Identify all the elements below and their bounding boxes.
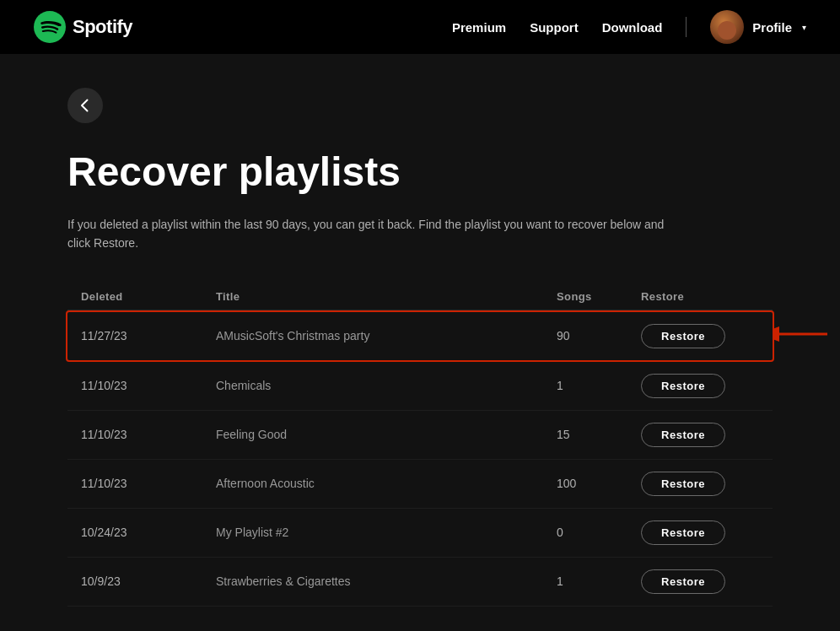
header-restore: Restore xyxy=(641,290,759,303)
navbar-right: Premium Support Download Profile ▾ xyxy=(452,10,806,44)
cell-restore-5: Restore xyxy=(641,520,759,545)
cell-restore-2: Restore xyxy=(641,374,759,398)
table-row-2: 11/10/23 Chemicals 1 Restore xyxy=(67,362,773,411)
restore-button-2[interactable]: Restore xyxy=(641,374,725,398)
cell-songs-6: 1 xyxy=(557,574,641,588)
spotify-logo-icon xyxy=(34,11,66,43)
nav-divider xyxy=(686,17,687,37)
cell-deleted-4: 11/10/23 xyxy=(81,477,216,490)
table-row-5: 10/24/23 My Playlist #2 0 Restore xyxy=(67,509,773,558)
cell-songs-4: 100 xyxy=(557,477,641,490)
avatar xyxy=(710,10,744,44)
restore-button-1[interactable]: Restore xyxy=(641,324,725,348)
navbar-left: Spotify xyxy=(34,11,132,43)
page-description: If you deleted a playlist within the las… xyxy=(67,215,675,253)
table-header: Deleted Title Songs Restore xyxy=(67,283,773,310)
cell-songs-1: 90 xyxy=(557,329,641,342)
cell-deleted-3: 11/10/23 xyxy=(81,428,216,441)
main-content: Recover playlists If you deleted a playl… xyxy=(0,54,840,631)
table-row-4: 11/10/23 Afternoon Acoustic 100 Restore xyxy=(67,460,773,509)
cell-title-3: Feeling Good xyxy=(216,428,557,441)
cell-title-1: AMusicSoft's Christmas party xyxy=(216,329,557,342)
cell-deleted-2: 11/10/23 xyxy=(81,379,216,392)
cell-title-2: Chemicals xyxy=(216,379,557,392)
nav-link-support[interactable]: Support xyxy=(530,20,579,35)
chevron-down-icon: ▾ xyxy=(802,23,806,32)
cell-deleted-6: 10/9/23 xyxy=(81,574,216,588)
header-deleted: Deleted xyxy=(81,290,216,303)
cell-title-6: Strawberries & Cigarettes xyxy=(216,574,557,588)
cell-songs-5: 0 xyxy=(557,526,641,539)
table-row-3: 11/10/23 Feeling Good 15 Restore xyxy=(67,411,773,460)
spotify-logo[interactable]: Spotify xyxy=(34,11,132,43)
cell-title-5: My Playlist #2 xyxy=(216,526,557,539)
back-button[interactable] xyxy=(67,88,103,123)
nav-link-download[interactable]: Download xyxy=(602,20,663,35)
page-title: Recover playlists xyxy=(67,150,773,195)
table-row-6: 10/9/23 Strawberries & Cigarettes 1 Rest… xyxy=(67,558,773,607)
header-title: Title xyxy=(216,290,557,303)
arrow-annotation xyxy=(773,319,832,353)
navbar: Spotify Premium Support Download Profile… xyxy=(0,0,840,54)
nav-profile[interactable]: Profile ▾ xyxy=(710,10,806,44)
arrow-icon xyxy=(773,319,832,349)
profile-label: Profile xyxy=(752,20,792,35)
playlist-table: Deleted Title Songs Restore 11/27/23 AMu… xyxy=(67,283,773,607)
cell-deleted-1: 11/27/23 xyxy=(81,329,216,342)
restore-button-5[interactable]: Restore xyxy=(641,520,725,545)
cell-deleted-5: 10/24/23 xyxy=(81,526,216,539)
brand-name: Spotify xyxy=(73,16,132,38)
table-row-highlighted: 11/27/23 AMusicSoft's Christmas party 90… xyxy=(66,310,774,362)
cell-restore-1: Restore xyxy=(641,324,759,348)
cell-restore-3: Restore xyxy=(641,423,759,447)
avatar-inner xyxy=(718,21,736,40)
back-icon xyxy=(78,99,92,112)
cell-restore-6: Restore xyxy=(641,569,759,594)
restore-button-3[interactable]: Restore xyxy=(641,423,725,447)
restore-button-4[interactable]: Restore xyxy=(641,472,725,496)
cell-songs-2: 1 xyxy=(557,379,641,392)
cell-title-4: Afternoon Acoustic xyxy=(216,477,557,490)
nav-link-premium[interactable]: Premium xyxy=(452,20,506,35)
row-wrapper-1: 11/27/23 AMusicSoft's Christmas party 90… xyxy=(67,310,773,362)
cell-songs-3: 15 xyxy=(557,428,641,441)
restore-button-6[interactable]: Restore xyxy=(641,569,725,594)
header-songs: Songs xyxy=(557,290,641,303)
cell-restore-4: Restore xyxy=(641,472,759,496)
